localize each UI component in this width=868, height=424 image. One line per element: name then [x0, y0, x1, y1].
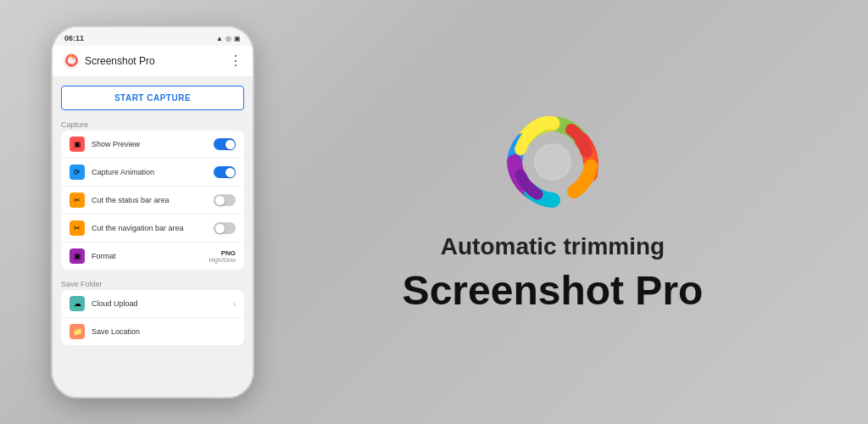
app-bar: Screenshot Pro ⋮ — [53, 46, 253, 77]
save-folder-section: Save Folder ☁ Cloud Upload › 📁 Save Loca… — [61, 276, 244, 345]
cloud-upload-item[interactable]: ☁ Cloud Upload › — [61, 290, 244, 318]
cut-status-bar-icon: ✂ — [70, 192, 85, 208]
capture-animation-toggle[interactable] — [214, 166, 236, 178]
format-label: Format — [92, 252, 202, 260]
capture-settings-card: ▣ Show Preview ⟳ Capture Animation ✂ Cut… — [61, 131, 244, 270]
save-location-item[interactable]: 📁 Save Location — [61, 318, 244, 345]
cut-nav-bar-label: Cut the navigation bar area — [92, 224, 207, 232]
svg-point-1 — [69, 59, 74, 64]
signal-icon: ▲ — [216, 35, 223, 42]
svg-point-4 — [539, 148, 566, 176]
save-folder-section-label: Save Folder — [61, 280, 244, 288]
show-preview-toggle[interactable] — [214, 138, 236, 150]
save-settings-card: ☁ Cloud Upload › 📁 Save Location — [61, 290, 244, 345]
cut-status-bar-toggle[interactable] — [214, 194, 236, 206]
phone-screen: 06:11 ▲ ◎ ▣ Screenshot Pro ⋮ — [51, 25, 254, 399]
status-time: 06:11 — [64, 34, 84, 42]
cut-nav-bar-icon: ✂ — [70, 220, 85, 236]
show-preview-label: Show Preview — [92, 140, 207, 148]
tagline: Automatic trimming — [441, 233, 665, 260]
capture-animation-icon: ⟳ — [70, 165, 85, 180]
status-icons: ▲ ◎ ▣ — [216, 35, 241, 42]
more-options-icon[interactable]: ⋮ — [229, 54, 242, 68]
logo-container — [502, 111, 604, 216]
format-item[interactable]: ▣ Format PNGHigh/Slow — [61, 243, 244, 270]
capture-section: Capture ▣ Show Preview ⟳ Capture Animati… — [61, 117, 244, 270]
cloud-upload-label: Cloud Upload — [92, 299, 226, 308]
cut-nav-bar-toggle[interactable] — [214, 222, 236, 234]
format-icon: ▣ — [70, 248, 85, 264]
app-bar-left: Screenshot Pro — [63, 53, 155, 70]
app-logo — [502, 111, 604, 213]
status-bar: 06:11 ▲ ◎ ▣ — [53, 27, 253, 46]
show-preview-item[interactable]: ▣ Show Preview — [61, 131, 244, 159]
save-location-icon: 📁 — [70, 324, 85, 339]
phone-mockup: 06:11 ▲ ◎ ▣ Screenshot Pro ⋮ — [51, 25, 254, 399]
format-value: PNGHigh/Slow — [209, 249, 236, 263]
save-location-label: Save Location — [92, 327, 236, 336]
capture-section-label: Capture — [61, 120, 244, 129]
start-capture-button[interactable]: START CAPTURE — [61, 86, 244, 110]
app-small-icon — [63, 53, 80, 70]
cloud-upload-chevron: › — [233, 299, 236, 309]
cut-nav-bar-item[interactable]: ✂ Cut the navigation bar area — [61, 215, 244, 243]
app-name-large: Screenshot Pro — [403, 267, 704, 314]
show-preview-icon: ▣ — [70, 137, 85, 152]
battery-icon: ▣ — [234, 35, 241, 42]
wifi-icon: ◎ — [225, 35, 231, 42]
app-content: START CAPTURE Capture ▣ Show Preview ⟳ C… — [53, 77, 253, 397]
cut-status-bar-item[interactable]: ✂ Cut the status bar area — [61, 187, 244, 215]
capture-animation-item[interactable]: ⟳ Capture Animation — [61, 159, 244, 187]
cloud-upload-icon: ☁ — [70, 296, 85, 311]
cut-status-bar-label: Cut the status bar area — [92, 196, 207, 204]
capture-animation-label: Capture Animation — [92, 168, 207, 176]
app-bar-title: Screenshot Pro — [85, 55, 155, 67]
right-panel: Automatic trimming Screenshot Pro — [254, 94, 868, 331]
